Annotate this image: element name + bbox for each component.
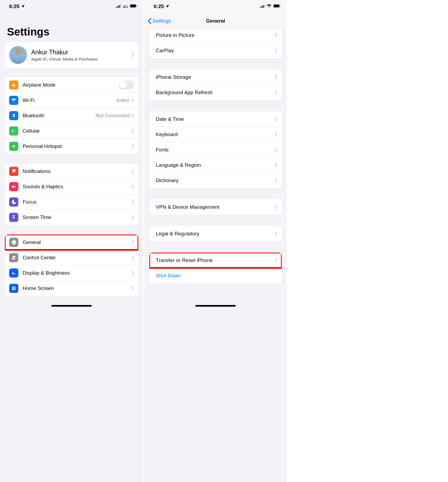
svg-text:A: A [14, 272, 15, 275]
home-indicator[interactable] [51, 305, 92, 307]
home-indicator[interactable] [195, 305, 236, 307]
apple-id-row[interactable]: Ankur Thakur Apple ID, iCloud, Media & P… [5, 42, 138, 68]
legal-label: Legal & Regulatory [156, 231, 275, 237]
location-icon [165, 3, 169, 9]
bg-refresh-row[interactable]: Background App Refresh [149, 85, 282, 100]
profile-card: Ankur Thakur Apple ID, iCloud, Media & P… [5, 42, 138, 68]
vpn-group: VPN & Device Management [149, 199, 282, 215]
chevron-icon [131, 129, 134, 133]
battery-icon [130, 4, 137, 9]
signal-icon [260, 4, 265, 9]
bluetooth-icon [9, 111, 18, 120]
screentime-row[interactable]: Screen Time [5, 210, 138, 225]
sounds-row[interactable]: Sounds & Haptics [5, 179, 138, 194]
hourglass-icon [9, 213, 18, 222]
chevron-icon [131, 286, 134, 290]
chevron-icon [131, 114, 134, 118]
focus-row[interactable]: Focus [5, 194, 138, 210]
shutdown-row[interactable]: Shut Down [149, 268, 282, 283]
transfer-reset-label: Transfer or Reset iPhone [156, 257, 275, 263]
gear-icon [9, 238, 18, 247]
chevron-icon [131, 240, 134, 244]
wifi-row[interactable]: Wi-Fi Ankur [5, 93, 138, 108]
hotspot-row[interactable]: Personal Hotspot [5, 139, 138, 154]
pip-row[interactable]: Picture in Picture [149, 29, 282, 43]
carplay-row[interactable]: CarPlay [149, 43, 282, 58]
control-center-label: Control Center [23, 255, 131, 261]
datetime-label: Date & Time [156, 116, 275, 122]
dictionary-label: Dictionary [156, 178, 275, 183]
prefs-group: Notifications Sounds & Haptics Focus Scr… [5, 164, 138, 225]
display-label: Display & Brightness [23, 270, 131, 276]
notifications-row[interactable]: Notifications [5, 164, 138, 179]
battery-icon [273, 4, 281, 9]
network-label: 4G [123, 4, 128, 9]
chevron-icon [275, 117, 277, 121]
location-icon [21, 3, 25, 9]
profile-name: Ankur Thakur [31, 49, 131, 56]
svg-rect-15 [13, 286, 14, 288]
bluetooth-row[interactable]: Bluetooth Not Connected [5, 108, 138, 123]
airplane-toggle[interactable] [119, 81, 134, 89]
chevron-icon [275, 75, 277, 79]
shutdown-label: Shut Down [156, 273, 277, 279]
chevron-icon [131, 215, 134, 219]
general-row[interactable]: General [5, 235, 138, 250]
language-row[interactable]: Language & Region [149, 157, 282, 173]
storage-group: iPhone Storage Background App Refresh [149, 69, 282, 100]
datetime-row[interactable]: Date & Time [149, 111, 282, 127]
chevron-icon [275, 33, 277, 37]
dictionary-row[interactable]: Dictionary [149, 173, 282, 188]
svg-rect-16 [15, 286, 16, 288]
airplane-mode-row[interactable]: Airplane Mode [5, 77, 138, 93]
general-settings-screen: 6:25 Settings General Picture in Picture… [144, 0, 287, 482]
nav-bar: Settings General [144, 13, 287, 29]
wifi-icon [9, 96, 18, 105]
svg-rect-22 [15, 289, 16, 290]
wifi-label: Wi-Fi [23, 97, 116, 103]
chevron-icon [275, 205, 277, 209]
status-time: 6:25 [154, 3, 164, 9]
display-row[interactable]: AA Display & Brightness [5, 265, 138, 281]
hotspot-icon [9, 142, 18, 151]
status-time: 6:25 [9, 3, 19, 9]
focus-label: Focus [23, 199, 131, 205]
svg-rect-14 [12, 286, 13, 288]
homescreen-row[interactable]: Home Screen [5, 281, 138, 296]
general-label: General [23, 239, 131, 245]
control-center-row[interactable]: Control Center [5, 250, 138, 265]
svg-rect-21 [13, 289, 14, 290]
chevron-icon [131, 53, 134, 57]
transfer-reset-row[interactable]: Transfer or Reset iPhone [149, 253, 282, 268]
notifications-label: Notifications [23, 168, 131, 174]
homescreen-label: Home Screen [23, 285, 131, 291]
nav-title: General [144, 18, 287, 24]
chevron-icon [131, 256, 134, 260]
page-title: Settings [0, 13, 143, 42]
moon-icon [9, 197, 18, 207]
svg-point-11 [14, 258, 15, 259]
vpn-label: VPN & Device Management [156, 204, 275, 210]
cellular-row[interactable]: Cellular [5, 123, 138, 139]
sounds-label: Sounds & Haptics [23, 184, 131, 190]
legal-row[interactable]: Legal & Regulatory [149, 226, 282, 241]
airplane-icon [9, 80, 18, 90]
intl-group: Date & Time Keyboard Fonts Language & Re… [149, 111, 282, 188]
svg-rect-18 [13, 288, 14, 289]
bluetooth-value: Not Connected [96, 113, 130, 119]
svg-point-9 [12, 256, 13, 257]
avatar [9, 46, 27, 64]
chevron-icon [275, 48, 277, 53]
reset-group: Transfer or Reset iPhone Shut Down [149, 253, 282, 283]
keyboard-row[interactable]: Keyboard [149, 127, 282, 142]
storage-row[interactable]: iPhone Storage [149, 69, 282, 85]
fonts-label: Fonts [156, 147, 275, 153]
carplay-label: CarPlay [156, 48, 275, 54]
chevron-icon [275, 163, 277, 167]
svg-rect-17 [12, 288, 13, 289]
chevron-icon [131, 169, 134, 173]
wifi-value: Ankur [116, 97, 130, 103]
fonts-row[interactable]: Fonts [149, 142, 282, 157]
svg-rect-19 [15, 288, 16, 289]
vpn-row[interactable]: VPN & Device Management [149, 199, 282, 215]
